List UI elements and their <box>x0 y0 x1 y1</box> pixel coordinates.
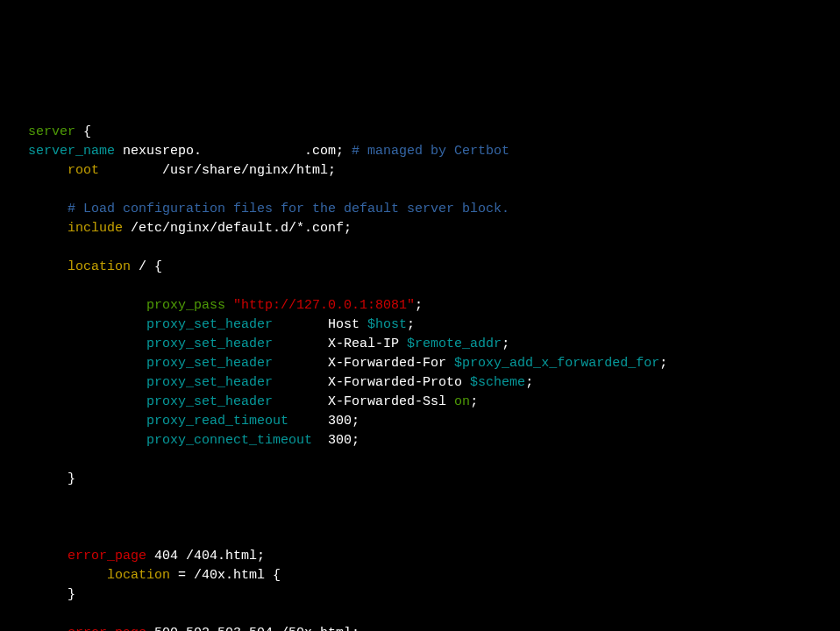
line: # Load configuration files for the defau… <box>28 202 509 216</box>
location-value: = /40x.html { <box>170 568 281 583</box>
directive-proxy-set-header: proxy_set_header <box>146 394 273 409</box>
directive-proxy-set-header: proxy_set_header <box>146 375 273 390</box>
server-name-value: nexusrepo. .com; <box>115 144 344 159</box>
error-path: /50x.html; <box>273 626 359 631</box>
line: error_page 500 502 503 504 /50x.html; <box>28 626 359 631</box>
header-key: X-Forwarded-For <box>328 356 454 371</box>
line: location / { <box>28 259 162 274</box>
root-value: /usr/share/nginx/html; <box>99 163 336 178</box>
line: location = /40x.html { <box>28 568 281 583</box>
variable: $scheme <box>470 375 525 390</box>
line: } <box>28 587 75 602</box>
semicolon: ; <box>407 317 415 332</box>
directive-location: location <box>68 259 131 274</box>
line: proxy_pass "http://127.0.0.1:8081"; <box>28 298 423 313</box>
keyword-on: on <box>454 394 470 409</box>
code-editor[interactable]: server { server_name nexusrepo. .com; # … <box>0 77 840 631</box>
line: proxy_set_header X-Forwarded-For $proxy_… <box>28 356 667 371</box>
line: proxy_set_header X-Real-IP $remote_addr; <box>28 337 509 351</box>
line: include /etc/nginx/default.d/*.conf; <box>28 221 352 236</box>
semicolon: ; <box>659 356 667 371</box>
header-key: X-Real-IP <box>328 337 407 351</box>
header-key: Host <box>328 317 367 332</box>
error-codes: 500 502 503 504 <box>146 626 273 631</box>
line: server_name nexusrepo. .com; # managed b… <box>28 144 509 159</box>
directive-proxy-connect-timeout: proxy_connect_timeout <box>146 433 312 448</box>
header-key: X-Forwarded-Proto <box>328 375 470 390</box>
comment: # Load configuration files for the defau… <box>68 202 509 216</box>
directive-root: root <box>68 163 99 178</box>
semicolon: ; <box>525 375 533 390</box>
brace: } <box>68 587 75 602</box>
line: proxy_set_header X-Forwarded-Ssl on; <box>28 394 478 409</box>
keyword-server: server <box>28 124 75 139</box>
line: proxy_set_header X-Forwarded-Proto $sche… <box>28 375 533 390</box>
directive-proxy-set-header: proxy_set_header <box>146 317 273 332</box>
variable: $proxy_add_x_forwarded_for <box>454 356 659 371</box>
semicolon: ; <box>415 298 423 313</box>
proxy-pass-url: "http://127.0.0.1:8081" <box>225 298 415 313</box>
line: server { <box>28 124 91 139</box>
directive-server-name: server_name <box>28 144 115 159</box>
semicolon: ; <box>502 337 509 351</box>
brace: } <box>68 471 75 486</box>
directive-error-page: error_page <box>68 549 146 564</box>
brace: { <box>75 124 91 139</box>
include-value: /etc/nginx/default.d/*.conf; <box>123 221 352 236</box>
line: } <box>28 471 75 486</box>
timeout-value: 300; <box>328 433 359 448</box>
directive-proxy-set-header: proxy_set_header <box>146 337 273 351</box>
location-value: / { <box>131 259 162 274</box>
directive-location: location <box>107 568 170 583</box>
directive-proxy-read-timeout: proxy_read_timeout <box>146 414 288 429</box>
comment: # managed by Certbot <box>344 144 509 159</box>
directive-proxy-set-header: proxy_set_header <box>146 356 273 371</box>
header-key: X-Forwarded-Ssl <box>328 394 454 409</box>
variable: $remote_addr <box>407 337 502 351</box>
line: proxy_read_timeout 300; <box>28 414 359 429</box>
line: root /usr/share/nginx/html; <box>28 163 336 178</box>
directive-error-page: error_page <box>68 626 146 631</box>
error-path: /404.html; <box>178 549 265 564</box>
directive-proxy-pass: proxy_pass <box>146 298 225 313</box>
line: proxy_connect_timeout 300; <box>28 433 359 448</box>
line: error_page 404 /404.html; <box>28 549 265 564</box>
variable: $host <box>367 317 407 332</box>
directive-include: include <box>68 221 123 236</box>
error-codes: 404 <box>146 549 178 564</box>
line: proxy_set_header Host $host; <box>28 317 415 332</box>
semicolon: ; <box>470 394 478 409</box>
timeout-value: 300; <box>328 414 359 429</box>
